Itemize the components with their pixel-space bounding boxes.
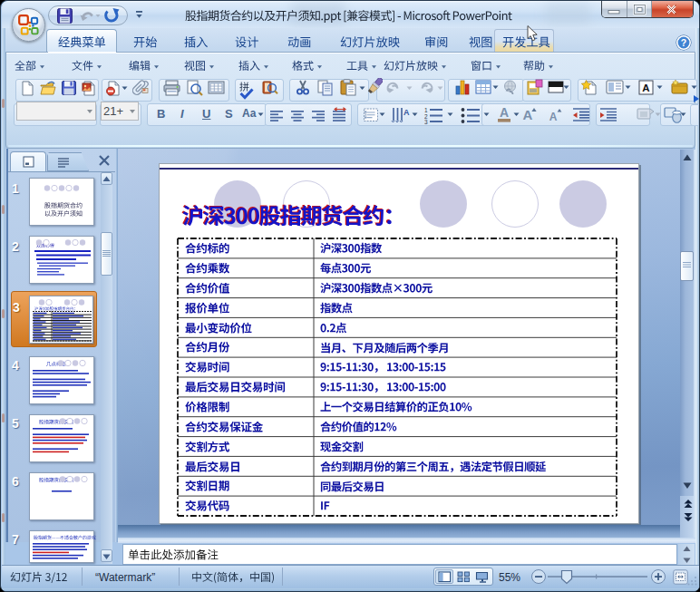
svg-text:A: A xyxy=(500,105,509,120)
svg-text:A: A xyxy=(549,111,558,123)
svg-text:A: A xyxy=(403,108,410,117)
svg-text:A: A xyxy=(523,107,533,122)
svg-text:3: 3 xyxy=(424,119,428,124)
svg-text:A: A xyxy=(642,82,649,93)
svg-text:?: ? xyxy=(681,37,686,48)
